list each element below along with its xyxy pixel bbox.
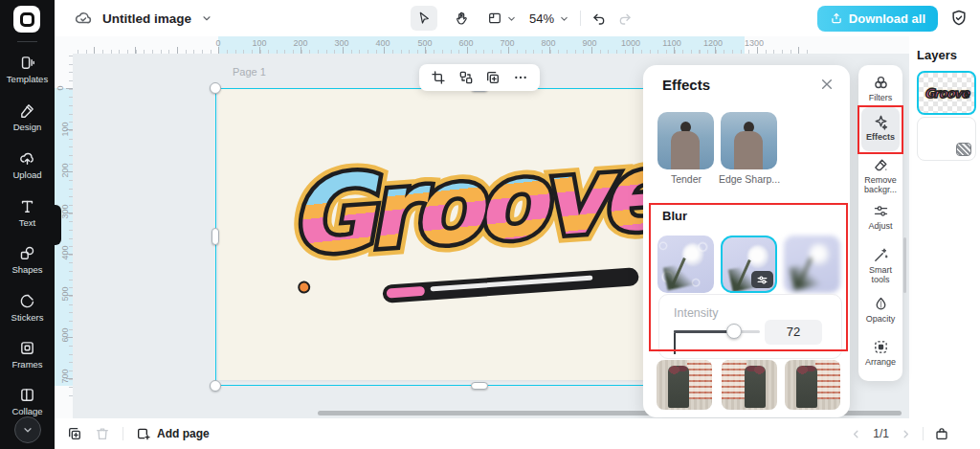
hand-tool-button[interactable] [448, 6, 475, 31]
slider-zero-mark [674, 330, 676, 354]
next-page-icon[interactable] [900, 428, 912, 440]
add-page-button[interactable]: Add page [136, 426, 210, 441]
cursor-icon [416, 11, 432, 26]
blur-settings-badge[interactable] [751, 271, 773, 288]
stickers-icon [19, 293, 35, 309]
tool-smart-tools[interactable]: Smart tools [858, 247, 902, 284]
sliders-icon [756, 274, 768, 286]
sidebar-item-label: Upload [12, 169, 41, 180]
blur-thumb-tulip-1[interactable] [657, 360, 712, 410]
blur-thumb-tulip-2[interactable] [722, 360, 777, 410]
ruler-number: 1300 [745, 38, 764, 48]
selection-handle-bottom-left[interactable] [210, 380, 221, 392]
previous-page-icon[interactable] [850, 428, 862, 440]
intensity-slider-handle[interactable] [726, 324, 742, 339]
shield-check-icon[interactable] [949, 9, 969, 28]
templates-icon [19, 55, 35, 71]
effect-thumb-tender[interactable] [657, 112, 714, 169]
duplicate-page-icon[interactable] [67, 426, 82, 441]
arrange-icon [873, 339, 889, 355]
tool-opacity[interactable]: Opacity [858, 296, 902, 324]
ruler-number: 1200 [703, 38, 723, 48]
blur-section-label: Blur [662, 209, 687, 223]
right-toolbar: Filters Effects Remove backgr... Adjust … [858, 65, 902, 381]
layer-thumb-groove[interactable]: Groove [917, 71, 976, 115]
select-tool-button[interactable] [411, 6, 437, 31]
ruler-number: 700 [500, 38, 514, 48]
document-title[interactable]: Untitled image [102, 11, 191, 26]
tool-arrange[interactable]: Arrange [858, 339, 902, 367]
download-all-button[interactable]: Download all [817, 6, 938, 32]
tool-remove-background[interactable]: Remove backgr... [858, 157, 902, 194]
blur-thumb-selected[interactable] [721, 236, 777, 293]
shapes-icon [19, 245, 35, 261]
chevron-down-icon [22, 424, 33, 436]
frames-icon [19, 340, 35, 356]
floating-toolbar [419, 64, 540, 91]
zoom-level: 54% [529, 11, 554, 26]
sidebar-divider [17, 41, 37, 42]
blur-thumb-bokeh[interactable] [657, 236, 714, 293]
tool-effects[interactable]: Effects [858, 114, 902, 142]
sidebar-item-templates[interactable]: Templates [0, 55, 55, 84]
ruler-number: 1000 [621, 38, 640, 48]
page-label: Page 1 [233, 66, 266, 78]
sidebar-item-stickers[interactable]: Stickers [0, 293, 55, 323]
ruler-number: 1100 [662, 38, 680, 48]
replace-icon[interactable] [458, 70, 474, 85]
vertical-scrollbar[interactable] [903, 237, 906, 293]
sidebar-item-collage[interactable]: Collage [0, 387, 55, 416]
ruler-number: 0 [56, 85, 65, 90]
sidebar-collapse-handle[interactable] [55, 205, 61, 245]
blur-thumb-tulip-3[interactable] [785, 360, 840, 410]
sidebar-item-upload[interactable]: Upload [0, 150, 55, 180]
sidebar-item-text[interactable]: Text [0, 198, 55, 228]
horizontal-ruler-ticks [73, 36, 810, 54]
preview-box-icon[interactable] [934, 426, 949, 441]
intensity-slider-fill [674, 330, 734, 333]
effect-thumb-edge-sharpen[interactable] [721, 112, 777, 169]
ruler-number: 200 [293, 38, 307, 48]
download-icon [830, 11, 843, 25]
zoom-control[interactable]: 54% [529, 11, 569, 26]
blur-thumb-strong[interactable] [784, 236, 840, 293]
sidebar-item-design[interactable]: Design [0, 102, 55, 132]
sidebar-item-frames[interactable]: Frames [0, 340, 55, 370]
ruler-number: 300 [334, 38, 348, 48]
upload-icon [19, 150, 35, 167]
app-window: Templates Design Upload Text Shapes Stic… [0, 0, 980, 449]
title-chevron-down-icon[interactable] [201, 12, 212, 24]
text-icon [19, 198, 35, 214]
sidebar-item-label: Templates [7, 74, 48, 84]
bottom-bar: Add page 1/1 [55, 418, 980, 449]
sidebar-item-label: Shapes [11, 264, 42, 275]
tool-filters[interactable]: Filters [858, 75, 902, 102]
app-logo[interactable] [13, 6, 40, 33]
intensity-card: Intensity 72 [658, 294, 842, 359]
sidebar-item-shapes[interactable]: Shapes [0, 245, 55, 275]
undo-icon[interactable] [591, 11, 607, 26]
smart-tools-icon [873, 247, 889, 263]
remove-background-icon [873, 157, 889, 173]
cloud-saved-icon [74, 9, 93, 28]
layer-thumb-background[interactable] [917, 117, 976, 161]
layer-thumb-text: Groove [924, 86, 969, 101]
crop-icon[interactable] [431, 70, 446, 85]
more-options-icon[interactable] [513, 70, 528, 85]
selection-handle-top-left[interactable] [210, 82, 221, 94]
selection-handle-bottom[interactable] [471, 382, 488, 390]
canvas-size-button[interactable] [485, 6, 519, 31]
duplicate-icon[interactable] [485, 70, 501, 85]
intensity-value-field[interactable]: 72 [765, 320, 822, 345]
background-layer-icon [956, 143, 971, 156]
effects-icon [873, 114, 889, 130]
redo-icon[interactable] [617, 11, 633, 26]
selection-handle-left[interactable] [212, 228, 219, 245]
sidebar-expand-button[interactable] [14, 416, 41, 443]
bottom-bar-divider [923, 427, 924, 440]
tool-adjust[interactable]: Adjust [858, 203, 902, 231]
delete-page-icon[interactable] [95, 426, 110, 441]
chevron-down-icon [559, 13, 569, 24]
ruler-number: 200 [60, 163, 70, 177]
close-icon[interactable] [819, 77, 835, 92]
